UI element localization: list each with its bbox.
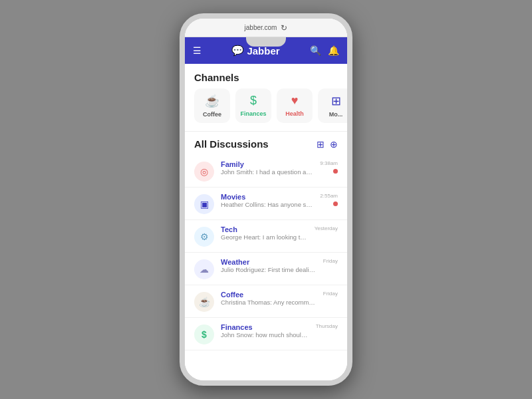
discussion-item-coffee[interactable]: ☕ Coffee Christina Thomas: Any recommend… <box>185 285 347 318</box>
avatar-weather: ☁ <box>194 259 214 279</box>
movies-avatar-icon: ▣ <box>200 199 209 209</box>
discussion-content-weather: Weather Julio Rodriguez: First time deal… <box>221 258 317 273</box>
browser-bar: jabber.com ↻ <box>185 19 347 37</box>
discussion-preview-weather: Julio Rodriguez: First time dealing with… <box>221 266 317 273</box>
finances-channel-icon: $ <box>250 94 257 108</box>
avatar-finances: $ <box>194 325 214 344</box>
discussions-section: All Discussions ⊞ ⊕ ◎ Family John Smith:… <box>185 132 347 350</box>
add-discussion-icon[interactable]: ⊕ <box>330 139 338 150</box>
discussion-time-weather: Friday <box>323 258 338 264</box>
coffee-channel-icon: ☕ <box>205 94 219 108</box>
channel-card-coffee[interactable]: ☕ Coffee <box>194 88 230 123</box>
discussion-content-family: Family John Smith: I had a question abou… <box>221 160 313 176</box>
discussion-preview-finances: John Snow: how much should I buy a... <box>221 331 309 338</box>
health-channel-icon: ♥ <box>291 94 299 108</box>
coffee-channel-label: Coffee <box>203 111 221 118</box>
coffee-avatar-icon: ☕ <box>199 297 210 307</box>
discussion-meta-tech: Yesterday <box>315 225 338 239</box>
discussion-content-tech: Tech George Heart: I am looking to learn… <box>221 225 308 241</box>
nav-right: 🔍 🔔 <box>310 45 339 56</box>
discussion-name-weather: Weather <box>221 258 317 266</box>
discussion-name-coffee: Coffee <box>221 291 317 299</box>
channel-card-finances[interactable]: $ Finances <box>235 88 271 123</box>
finances-avatar-icon: $ <box>201 329 207 340</box>
bell-icon[interactable]: 🔔 <box>328 45 339 56</box>
menu-icon[interactable]: ☰ <box>193 45 201 56</box>
discussion-preview-tech: George Heart: I am looking to learn a... <box>221 233 308 241</box>
more-channel-label: Mo... <box>329 111 343 118</box>
filter-icon[interactable]: ⊞ <box>317 139 325 150</box>
discussion-item-tech[interactable]: ⚙ Tech George Heart: I am looking to lea… <box>185 220 347 253</box>
discussion-name-finances: Finances <box>221 323 309 331</box>
discussion-preview-movies: Heather Collins: Has anyone seen the... <box>221 201 313 208</box>
discussion-time-family: 9:38am <box>320 160 338 166</box>
discussions-header: All Discussions ⊞ ⊕ <box>185 132 347 155</box>
app-icon: 💬 <box>231 45 244 57</box>
health-channel-label: Health <box>285 110 304 117</box>
avatar-tech: ⚙ <box>194 227 214 247</box>
channel-card-health[interactable]: ♥ Health <box>277 88 313 123</box>
phone-notch <box>246 37 286 47</box>
phone-screen: jabber.com ↻ ☰ 💬 Jabber 🔍 🔔 Channels <box>185 19 347 380</box>
discussion-content-finances: Finances John Snow: how much should I bu… <box>221 323 309 338</box>
discussion-name-family: Family <box>221 160 313 168</box>
discussion-item-movies[interactable]: ▣ Movies Heather Collins: Has anyone see… <box>185 188 347 220</box>
unread-dot-family <box>333 169 338 174</box>
discussion-time-tech: Yesterday <box>315 225 338 231</box>
family-avatar-icon: ◎ <box>200 166 208 177</box>
discussion-meta-finances: Thursday <box>316 323 338 336</box>
channel-card-more[interactable]: ⊞ Mo... <box>318 88 347 123</box>
discussion-preview-coffee: Christina Thomas: Any recommendatio... <box>221 299 317 306</box>
nav-left: ☰ <box>193 45 201 56</box>
discussion-time-finances: Thursday <box>316 323 338 329</box>
discussion-item-family[interactable]: ◎ Family John Smith: I had a question ab… <box>185 155 347 188</box>
phone-device: jabber.com ↻ ☰ 💬 Jabber 🔍 🔔 Channels <box>180 13 352 386</box>
search-icon[interactable]: 🔍 <box>310 45 321 56</box>
discussion-content-movies: Movies Heather Collins: Has anyone seen … <box>221 193 313 208</box>
discussion-name-movies: Movies <box>221 193 313 201</box>
finances-channel-label: Finances <box>241 110 267 117</box>
avatar-family: ◎ <box>194 162 214 182</box>
channels-section: Channels ☕ Coffee $ Finances ♥ Health <box>185 64 347 131</box>
tech-avatar-icon: ⚙ <box>200 231 209 242</box>
discussion-item-weather[interactable]: ☁ Weather Julio Rodriguez: First time de… <box>185 253 347 285</box>
browser-url: jabber.com <box>245 24 277 31</box>
avatar-coffee: ☕ <box>194 292 214 312</box>
weather-avatar-icon: ☁ <box>200 264 209 275</box>
discussion-name-tech: Tech <box>221 225 308 233</box>
discussion-meta-coffee: Friday <box>323 291 338 304</box>
channels-title: Channels <box>185 64 347 88</box>
more-channel-icon: ⊞ <box>331 94 341 108</box>
discussion-meta-family: 9:38am <box>320 160 338 174</box>
unread-dot-movies <box>333 201 338 206</box>
discussion-content-coffee: Coffee Christina Thomas: Any recommendat… <box>221 291 317 306</box>
discussion-time-movies: 2:55am <box>320 193 338 199</box>
discussions-actions: ⊞ ⊕ <box>317 139 338 150</box>
refresh-icon[interactable]: ↻ <box>281 23 287 33</box>
discussion-item-finances[interactable]: $ Finances John Snow: how much should I … <box>185 318 347 350</box>
discussion-meta-movies: 2:55am <box>320 193 338 206</box>
discussions-title: All Discussions <box>194 138 269 150</box>
discussion-preview-family: John Smith: I had a question about my... <box>221 168 313 176</box>
discussion-time-coffee: Friday <box>323 291 338 297</box>
avatar-movies: ▣ <box>194 194 214 214</box>
main-content: Channels ☕ Coffee $ Finances ♥ Health <box>185 64 347 380</box>
discussion-meta-weather: Friday <box>323 258 338 271</box>
channels-row: ☕ Coffee $ Finances ♥ Health ⊞ Mo... <box>185 88 347 131</box>
app-name: Jabber <box>247 45 279 57</box>
